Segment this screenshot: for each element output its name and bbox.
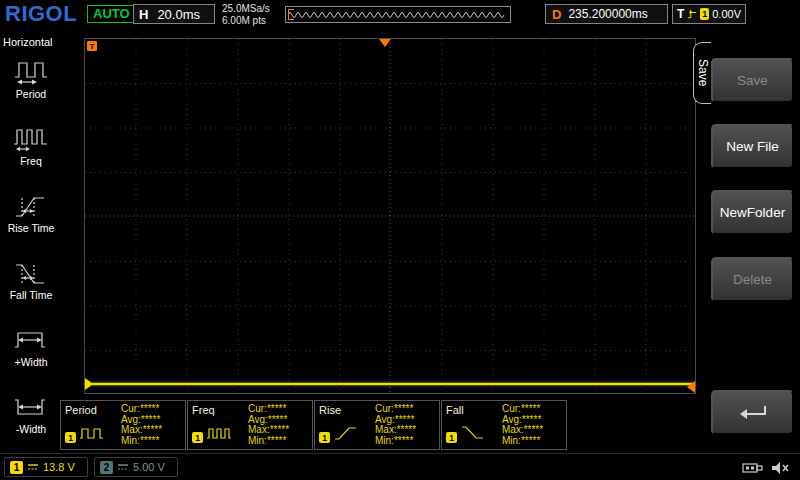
rise-time-icon (333, 423, 359, 443)
enter-button[interactable] (711, 390, 794, 435)
channel2-scale: 5.00 V (133, 461, 165, 473)
timebase-value: 20.0ms (157, 7, 200, 22)
left-sidebar: Horizontal Period Freq (0, 30, 62, 453)
timebase-readout: H 20.0ms (133, 4, 215, 24)
measurement-avg: Avg:***** (502, 415, 562, 425)
horizontal-label: H (139, 7, 148, 22)
window-bracket-icon (288, 9, 294, 20)
trigger-channel-badge: 1 (700, 8, 709, 20)
usb-icon (742, 461, 764, 475)
channel1-status[interactable]: 1 13.8 V (4, 457, 88, 477)
minus-width-icon (11, 390, 51, 422)
new-file-button[interactable]: New File (711, 124, 794, 169)
measurement-name: Fall (446, 404, 502, 416)
channel-badge: 1 (446, 432, 457, 443)
measurement-cur: Cur:***** (248, 404, 308, 414)
measurement-max: Max:***** (248, 425, 308, 435)
measurement-min: Min:***** (248, 436, 308, 446)
measurement-avg: Avg:***** (375, 415, 435, 425)
measurement-min: Min:***** (121, 436, 181, 446)
channel2-badge: 2 (100, 461, 113, 474)
ch1-trace (85, 383, 695, 385)
sidebar-item-label: +Width (15, 356, 48, 368)
sidebar-title: Horizontal (3, 36, 62, 48)
sidebar-item-label: Rise Time (8, 222, 55, 234)
dc-coupling-icon (117, 463, 129, 471)
measurement-name: Freq (192, 404, 248, 416)
measurement-avg: Avg:***** (248, 415, 308, 425)
measurement-max: Max:***** (375, 425, 435, 435)
measurement-box-fall[interactable]: Fall 1 Cur:***** Avg:***** Max:***** Min… (441, 400, 567, 450)
rise-time-icon (11, 189, 51, 221)
rigol-logo: RIGOL (5, 1, 77, 27)
channel2-status[interactable]: 2 5.00 V (94, 457, 178, 477)
measurement-name: Period (65, 404, 121, 416)
measurement-box-rise[interactable]: Rise 1 Cur:***** Avg:***** Max:***** Min… (314, 400, 440, 450)
measurement-max: Max:***** (121, 425, 181, 435)
oscilloscope-screen: RIGOL AUTO H 20.0ms 25.0MSa/s 6.00M pts … (0, 0, 800, 480)
trigger-slope-icon (687, 7, 697, 21)
measurement-cur: Cur:***** (121, 404, 181, 414)
sidebar-item-freq[interactable]: Freq (0, 122, 62, 175)
menu-tab-save: Save (693, 42, 711, 104)
fall-time-icon (11, 256, 51, 288)
trigger-position-marker (379, 39, 391, 47)
plus-width-icon (11, 323, 51, 355)
dc-coupling-icon (27, 463, 39, 471)
delay-label: D (552, 7, 561, 22)
memory-waveform-icon (286, 7, 510, 22)
freq-icon (206, 423, 232, 443)
delay-readout: D 235.200000ms (545, 4, 668, 24)
delete-button[interactable]: Delete (711, 257, 794, 302)
save-button[interactable]: Save (711, 58, 794, 103)
sidebar-item-fall-time[interactable]: Fall Time (0, 256, 62, 309)
sidebar-item-label: Period (16, 88, 46, 100)
channel-badge: 1 (319, 432, 330, 443)
trigger-label: T (677, 7, 684, 21)
measurement-min: Min:***** (375, 436, 435, 446)
measurement-cur: Cur:***** (375, 404, 435, 414)
acquisition-info: 25.0MSa/s 6.00M pts (222, 3, 270, 27)
channel-badge: 1 (65, 432, 76, 443)
trigger-level: 0.00V (712, 8, 741, 20)
measurement-min: Min:***** (502, 436, 562, 446)
measurement-name: Rise (319, 404, 375, 416)
speaker-muted-icon (771, 461, 790, 475)
measurement-max: Max:***** (502, 425, 562, 435)
measurement-row: Period 1 Cur:***** Avg:***** Max:***** M… (60, 400, 567, 450)
measurement-cur: Cur:***** (502, 404, 562, 414)
memory-depth: 6.00M pts (222, 15, 270, 27)
grid (85, 39, 695, 393)
sidebar-item-minus-width[interactable]: -Width (0, 390, 62, 443)
top-bar: RIGOL AUTO H 20.0ms 25.0MSa/s 6.00M pts … (0, 0, 800, 30)
trigger-level-marker (687, 381, 695, 393)
measurement-box-period[interactable]: Period 1 Cur:***** Avg:***** Max:***** M… (60, 400, 186, 450)
sample-rate: 25.0MSa/s (222, 3, 270, 15)
sidebar-item-label: Fall Time (10, 289, 53, 301)
period-icon (11, 55, 51, 87)
trigger-readout: T 1 0.00V (672, 4, 746, 24)
sidebar-item-plus-width[interactable]: +Width (0, 323, 62, 376)
graticule: T (84, 38, 696, 394)
channel-badge: 1 (192, 432, 203, 443)
new-folder-button[interactable]: NewFolder (711, 190, 794, 235)
measurement-avg: Avg:***** (121, 415, 181, 425)
return-arrow-icon (736, 403, 770, 423)
trigger-offscreen-flag: T (87, 41, 97, 51)
freq-icon (11, 122, 51, 154)
fall-time-icon (460, 423, 486, 443)
status-bar: 1 13.8 V 2 5.00 V (0, 453, 800, 480)
sidebar-item-label: -Width (16, 423, 46, 435)
right-menu: Save Save New File NewFolder Delete (700, 30, 800, 453)
run-status-badge: AUTO (87, 5, 136, 23)
channel1-scale: 13.8 V (43, 461, 75, 473)
period-icon (79, 423, 105, 443)
sidebar-item-rise-time[interactable]: Rise Time (0, 189, 62, 242)
sidebar-item-label: Freq (20, 155, 42, 167)
sidebar-item-period[interactable]: Period (0, 55, 62, 108)
delay-value: 235.200000ms (568, 7, 647, 21)
measurement-box-freq[interactable]: Freq 1 Cur:***** Avg:***** Max:***** Min… (187, 400, 313, 450)
menu-tab-label: Save (696, 59, 710, 86)
waveform-overview-strip (285, 6, 511, 23)
channel1-badge: 1 (10, 461, 23, 474)
